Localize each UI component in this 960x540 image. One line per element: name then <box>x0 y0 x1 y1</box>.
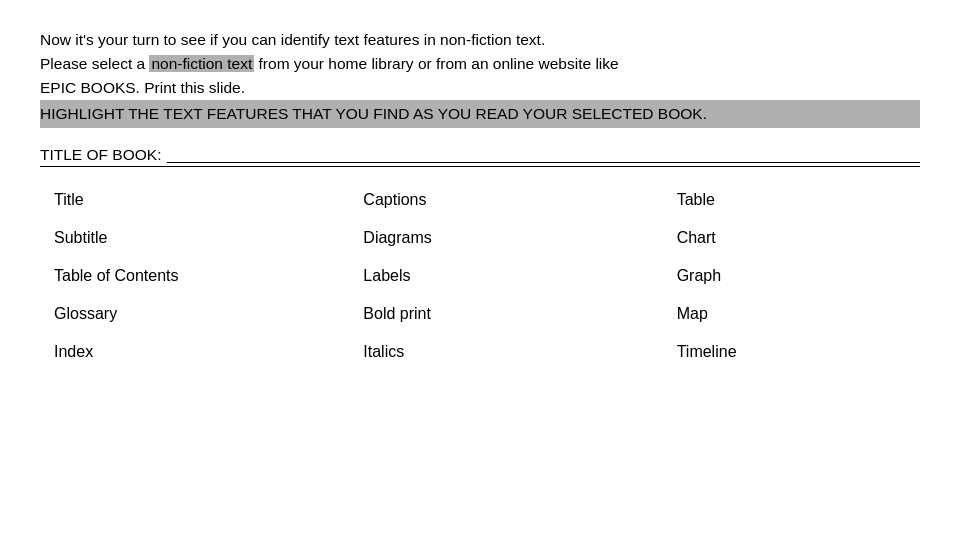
feature-col3: Chart <box>627 219 920 257</box>
feature-col1: Glossary <box>40 295 333 333</box>
feature-col3: Map <box>627 295 920 333</box>
intro-line2-after: from your home library or from an online… <box>254 55 618 72</box>
slide-container: Now it's your turn to see if you can ide… <box>0 0 960 540</box>
feature-col1: Index <box>40 333 333 371</box>
feature-col2: Bold print <box>333 295 626 333</box>
table-row: IndexItalicsTimeline <box>40 333 920 371</box>
feature-col3: Graph <box>627 257 920 295</box>
feature-col2: Italics <box>333 333 626 371</box>
table-row: Table of ContentsLabelsGraph <box>40 257 920 295</box>
title-underline <box>167 162 920 163</box>
intro-text: Now it's your turn to see if you can ide… <box>40 28 920 128</box>
feature-col1: Title <box>40 181 333 219</box>
intro-line2-before: Please select a <box>40 55 149 72</box>
feature-col2: Labels <box>333 257 626 295</box>
intro-line2-highlight: non-fiction text <box>149 55 254 72</box>
features-table: TitleCaptionsTableSubtitleDiagramsChartT… <box>40 181 920 371</box>
highlight-bar: HIGHLIGHT THE TEXT FEATURES THAT YOU FIN… <box>40 100 920 128</box>
feature-col3: Table <box>627 181 920 219</box>
title-label: TITLE OF BOOK: <box>40 146 161 164</box>
feature-col2: Captions <box>333 181 626 219</box>
feature-col1: Subtitle <box>40 219 333 257</box>
intro-line1: Now it's your turn to see if you can ide… <box>40 31 545 48</box>
intro-line3: EPIC BOOKS. Print this slide. <box>40 79 245 96</box>
title-line: TITLE OF BOOK: <box>40 146 920 167</box>
table-row: TitleCaptionsTable <box>40 181 920 219</box>
table-row: SubtitleDiagramsChart <box>40 219 920 257</box>
feature-col3: Timeline <box>627 333 920 371</box>
feature-col1: Table of Contents <box>40 257 333 295</box>
feature-col2: Diagrams <box>333 219 626 257</box>
table-row: GlossaryBold printMap <box>40 295 920 333</box>
